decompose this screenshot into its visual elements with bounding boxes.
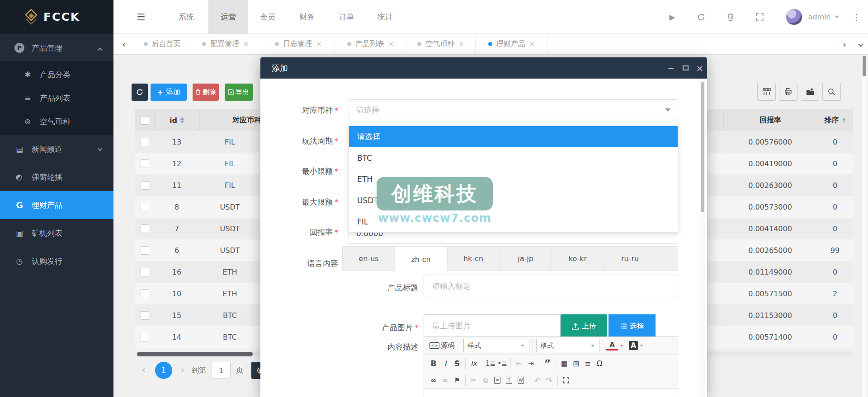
fullscreen-button[interactable] [752, 0, 767, 34]
insert-table-button[interactable]: ⊞ [570, 357, 582, 370]
text-color-button[interactable]: A [606, 341, 618, 350]
format-combo[interactable]: 格式 [536, 339, 599, 352]
row-checkbox[interactable] [135, 196, 154, 218]
column-header-id[interactable]: id [154, 109, 199, 131]
clear-cache-button[interactable] [723, 0, 738, 34]
add-button[interactable]: +添加 [151, 84, 187, 101]
nav-item-order[interactable]: 订单 [326, 0, 366, 34]
column-header-sort[interactable]: 排序 [817, 109, 853, 131]
italic-button[interactable]: I [439, 357, 451, 370]
copy-button[interactable]: ⧉ [480, 374, 491, 387]
lang-tab-ko-kr[interactable]: ko-kr [552, 246, 604, 271]
dropdown-option[interactable]: 请选择 [349, 126, 678, 147]
more-menu-button[interactable]: ⋮ [849, 0, 863, 34]
row-checkbox[interactable] [135, 174, 154, 196]
tabs-collapse-button[interactable] [853, 34, 868, 54]
user-menu[interactable]: admin [808, 0, 840, 34]
cut-button[interactable]: ✂ [468, 374, 480, 387]
outdent-button[interactable]: ⇤ [513, 357, 525, 370]
column-header-rate[interactable]: 回报率 [723, 109, 817, 131]
product-title-input[interactable] [424, 275, 678, 298]
nav-item-finance[interactable]: 财务 [287, 0, 327, 34]
nav-item-member[interactable]: 会员 [248, 0, 288, 34]
sidebar-item-air-coin[interactable]: ⊚ 空气币种 [0, 110, 113, 133]
dropdown-option[interactable]: BTC [349, 147, 678, 168]
source-code-button[interactable]: <> 源码 [428, 339, 457, 352]
page-prev-button[interactable]: ‹ [138, 364, 149, 378]
horizontal-scrollbar-thumb[interactable] [137, 352, 253, 356]
redo-button[interactable]: ↷ [543, 374, 555, 387]
lang-tab-en-us[interactable]: en-us [342, 246, 395, 271]
tab-close-icon[interactable]: × [529, 40, 535, 48]
bg-color-button[interactable]: A [629, 341, 638, 350]
lang-tab-ja-jp[interactable]: ja-jp [499, 246, 552, 271]
choose-button[interactable]: 选择 [609, 314, 656, 338]
paste-button[interactable]: ≡ [491, 374, 503, 387]
sidebar-item-finance-product[interactable]: G 理财产品 [0, 191, 113, 219]
sidebar-item-product-manage[interactable]: P 产品管理 [0, 34, 113, 62]
anchor-button[interactable]: ⚑ [451, 374, 463, 387]
nav-item-system[interactable]: 系统 [166, 0, 206, 34]
search-button[interactable] [822, 83, 841, 101]
tab-finance-product[interactable]: 理财产品 × [476, 34, 548, 54]
import-button[interactable] [801, 83, 819, 101]
page-scrollbar-track[interactable] [862, 55, 867, 397]
sidebar-item-popup-carousel[interactable]: ◐ 弹窗轮播 [0, 163, 113, 191]
paste-word-button[interactable]: W [515, 374, 527, 387]
tabs-scroll-left-button[interactable]: ‹ [113, 34, 135, 54]
row-checkbox[interactable] [135, 218, 154, 239]
maximize-editor-button[interactable] [560, 374, 572, 387]
tab-close-icon[interactable]: × [316, 40, 322, 48]
jump-page-input[interactable]: 1 [212, 362, 231, 379]
strikethrough-button[interactable]: S [451, 357, 463, 370]
ordered-list-button[interactable]: 1≣ [485, 357, 496, 370]
brand-logo[interactable]: FCCK [0, 0, 113, 34]
paste-text-button[interactable]: T [503, 374, 515, 387]
minimize-button[interactable]: − [665, 57, 677, 79]
insert-image-button[interactable]: ▦ [558, 357, 570, 370]
horizontal-rule-button[interactable]: ≡ [582, 357, 594, 370]
maximize-button[interactable] [679, 57, 692, 79]
upload-button[interactable]: 上传 [561, 314, 607, 338]
modal-header[interactable]: 添加 − × [260, 57, 707, 79]
toggle-columns-button[interactable] [757, 83, 776, 101]
tab-home[interactable]: 后台首页 [135, 34, 189, 54]
undo-button[interactable]: ↶ [532, 374, 543, 387]
sidebar-item-subscribe-issue[interactable]: ◷ 认购发行 [0, 247, 113, 275]
page-next-button[interactable]: › [177, 364, 188, 378]
export-button[interactable]: 导出 [225, 84, 253, 101]
row-checkbox[interactable] [135, 239, 154, 261]
delete-button[interactable]: 删除 [193, 84, 219, 101]
tab-logs[interactable]: 日志管理 × [262, 34, 335, 54]
modal-scrollbar-thumb[interactable] [701, 82, 704, 212]
refresh-button[interactable] [694, 0, 708, 34]
editor-content-area[interactable] [424, 388, 678, 397]
page-number-button[interactable]: 1 [155, 362, 172, 379]
table-refresh-button[interactable] [132, 84, 148, 101]
tab-product-list[interactable]: 产品列表 × [335, 34, 406, 54]
lang-tab-ru-ru[interactable]: ru-ru [604, 246, 656, 271]
sidebar-item-product-category[interactable]: ✱ 产品分类 [0, 63, 113, 86]
coin-select[interactable]: 请选择 [349, 99, 678, 120]
link-button[interactable]: ∞ [428, 374, 439, 387]
row-checkbox[interactable] [135, 326, 154, 348]
page-scrollbar-thumb[interactable] [863, 56, 866, 76]
user-avatar[interactable] [786, 9, 802, 25]
row-checkbox[interactable] [135, 283, 154, 304]
select-all-checkbox[interactable] [135, 109, 154, 131]
sidebar-item-news-channel[interactable]: ▤ 新闻频道 [0, 135, 113, 163]
sidebar-item-product-list[interactable]: ≡ 产品列表 [0, 86, 113, 110]
row-checkbox[interactable] [135, 131, 154, 153]
style-combo[interactable]: 样式 [463, 339, 529, 352]
product-image-input[interactable] [424, 314, 561, 338]
bullet-list-button[interactable]: •≣ [496, 357, 508, 370]
bold-button[interactable]: B [428, 357, 439, 370]
tab-config[interactable]: 配置管理 × [189, 34, 262, 54]
special-char-button[interactable]: Ω [594, 357, 605, 370]
row-checkbox[interactable] [135, 304, 154, 326]
remove-format-button[interactable]: Ix [468, 357, 480, 370]
blockquote-button[interactable]: ” [542, 357, 553, 370]
row-checkbox[interactable] [135, 153, 154, 174]
tab-close-icon[interactable]: × [243, 40, 249, 48]
row-checkbox[interactable] [135, 261, 154, 283]
